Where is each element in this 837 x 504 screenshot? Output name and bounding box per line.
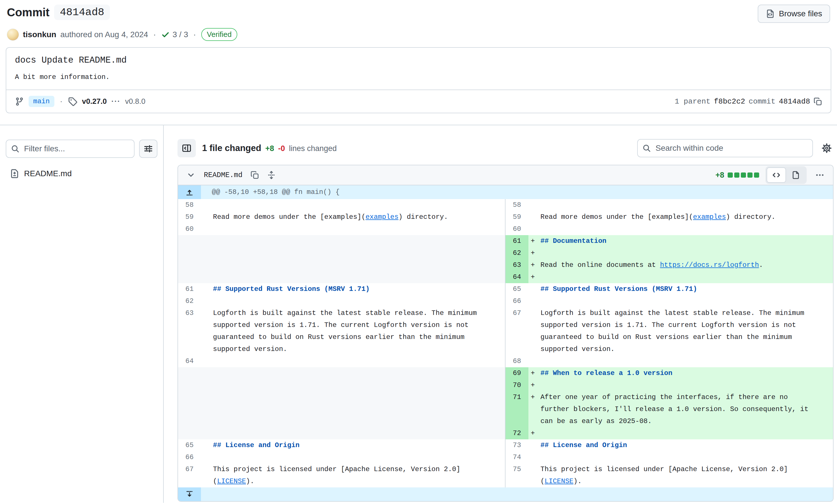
avatar[interactable]: [7, 29, 19, 41]
diff-marker: [203, 223, 213, 235]
line-number-old[interactable]: 60: [178, 223, 201, 235]
source-view-button[interactable]: [767, 167, 786, 183]
collapse-file-button[interactable]: [184, 168, 197, 182]
diff-left-half: 58: [178, 199, 505, 211]
commit-sha-chip: 4814ad8: [54, 4, 110, 20]
line-number-new[interactable]: 68: [505, 355, 529, 367]
code-cell: +## Documentation: [529, 235, 833, 247]
line-number-new[interactable]: 61: [505, 235, 529, 247]
file-options-button[interactable]: [813, 168, 827, 182]
code-cell: [529, 355, 833, 367]
tag-secondary[interactable]: v0.8.0: [125, 97, 145, 106]
diff-row: 6266: [178, 295, 833, 307]
code-heading: ## License and Origin: [213, 441, 299, 449]
code-link[interactable]: LICENSE: [217, 478, 246, 485]
sidebar-item-readme[interactable]: README.md: [6, 166, 157, 181]
parent-sha-link[interactable]: f8bc2c2: [714, 97, 745, 106]
line-number-new[interactable]: 58: [505, 199, 529, 211]
copy-file-path-button[interactable]: [248, 168, 262, 182]
line-number-old[interactable]: 62: [178, 295, 201, 307]
code-link[interactable]: https://docs.rs/logforth: [660, 261, 759, 269]
filter-files-input[interactable]: [6, 139, 135, 158]
line-number-new[interactable]: 75: [505, 463, 529, 487]
file-filter-options-button[interactable]: [139, 139, 157, 158]
diff-right-half: 74: [505, 451, 833, 463]
line-number-new[interactable]: 59: [505, 211, 529, 223]
code-link[interactable]: examples: [693, 213, 726, 221]
diff-left-half: 64: [178, 355, 505, 367]
empty-cell: [178, 235, 505, 247]
line-number-new[interactable]: 63: [505, 259, 529, 271]
code-link[interactable]: LICENSE: [545, 478, 573, 485]
line-number-new[interactable]: 70: [505, 379, 529, 391]
code-cell: [201, 451, 505, 463]
diff-row: 6674: [178, 451, 833, 463]
line-number-new[interactable]: 66: [505, 295, 529, 307]
diff-marker: +: [531, 259, 540, 271]
line-number-old[interactable]: 63: [178, 307, 201, 355]
diff-marker: [531, 295, 540, 307]
checks-status[interactable]: 3 / 3: [161, 30, 188, 39]
diff-settings-button[interactable]: [820, 141, 834, 155]
file-icon: [791, 171, 800, 179]
copy-sha-button[interactable]: [814, 97, 822, 106]
file-additions: +8: [715, 171, 724, 180]
diff-row: 69+## When to release a 1.0 version: [178, 367, 833, 379]
file-code-icon: [766, 9, 775, 18]
code-heading: ## When to release a 1.0 version: [540, 369, 672, 377]
author-row: tisonkun authored on Aug 4, 2024 · 3 / 3…: [7, 28, 830, 41]
tags-expand-button[interactable]: ···: [111, 97, 121, 106]
line-number-new[interactable]: 64: [505, 271, 529, 283]
line-number-new[interactable]: 69: [505, 367, 529, 379]
branch-label[interactable]: main: [29, 96, 54, 107]
line-number-old[interactable]: 64: [178, 355, 201, 367]
collapse-sidebar-button[interactable]: [177, 139, 196, 157]
separator-dot: ·: [152, 30, 157, 39]
search-within-code-input[interactable]: [637, 139, 813, 157]
code-cell: +: [529, 247, 833, 259]
verified-badge[interactable]: Verified: [201, 28, 237, 41]
diff-marker: [531, 463, 540, 487]
code-text: Read more demos under the [examples](: [540, 213, 693, 221]
browse-files-button[interactable]: Browse files: [758, 4, 830, 23]
code-cell: This project is licensed under [Apache L…: [529, 463, 833, 487]
code-text: Read the online documents at: [540, 261, 660, 269]
expand-up-button[interactable]: [178, 185, 201, 199]
line-number-new[interactable]: 67: [505, 307, 529, 355]
diff-table: @@ -58,10 +58,18 @@ fn main() {585859Rea…: [178, 185, 833, 501]
drag-file-handle[interactable]: [264, 168, 279, 182]
rich-view-button[interactable]: [786, 167, 805, 183]
code-line: Read more demos under the [examples](exa…: [540, 211, 776, 223]
line-number-new[interactable]: 65: [505, 283, 529, 295]
line-number-new[interactable]: 60: [505, 223, 529, 235]
expand-down-button[interactable]: [178, 487, 201, 501]
code-cell: ## Supported Rust Versions (MSRV 1.71): [529, 283, 833, 295]
line-number-old[interactable]: 67: [178, 463, 201, 487]
diff-row: 72+: [178, 427, 833, 440]
diff-file-name[interactable]: README.md: [204, 171, 243, 179]
author-name[interactable]: tisonkun: [23, 30, 56, 39]
code-link[interactable]: examples: [366, 213, 398, 221]
code-heading: ## Supported Rust Versions (MSRV 1.71): [540, 285, 697, 293]
line-number-old[interactable]: 66: [178, 451, 201, 463]
code-cell: +: [529, 271, 833, 283]
line-number-new[interactable]: 73: [505, 440, 529, 451]
code-cell: +## When to release a 1.0 version: [529, 367, 833, 379]
code-line: Read the online documents at https://doc…: [540, 259, 763, 271]
lines-changed-label: lines changed: [289, 144, 337, 153]
diff-left-half: 67This project is licensed under [Apache…: [178, 463, 505, 487]
line-number-old[interactable]: 61: [178, 283, 201, 295]
file-header: README.md: [178, 165, 833, 185]
line-number-new[interactable]: 71: [505, 391, 529, 427]
line-number-new[interactable]: 74: [505, 451, 529, 463]
line-number-old[interactable]: 58: [178, 199, 201, 211]
diff-right-half: 62+: [505, 247, 833, 259]
diff-right-half: 71+After one year of practicing the inte…: [505, 391, 833, 427]
line-number-old[interactable]: 65: [178, 440, 201, 451]
tag-primary[interactable]: v0.27.0: [82, 97, 107, 106]
line-number-new[interactable]: 62: [505, 247, 529, 259]
commit-label: commit: [749, 97, 776, 106]
line-number-old[interactable]: 59: [178, 211, 201, 223]
search-icon: [642, 144, 651, 152]
line-number-new[interactable]: 72: [505, 427, 529, 440]
